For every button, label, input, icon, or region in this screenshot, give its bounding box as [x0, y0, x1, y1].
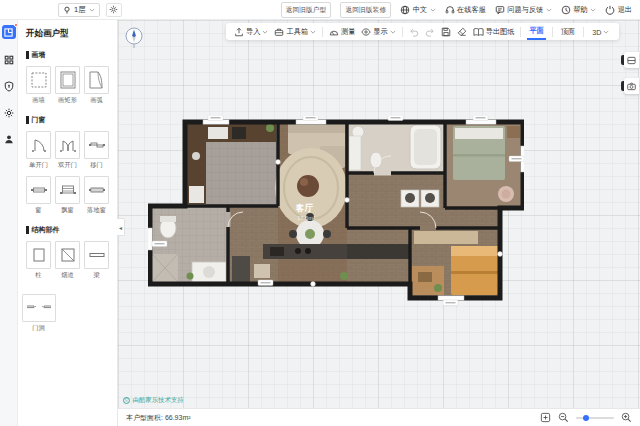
- import-menu[interactable]: 导入: [234, 27, 268, 37]
- canvas[interactable]: 导入 工具箱 测量 显示: [118, 20, 640, 408]
- export-drawing-button[interactable]: 导出图纸: [473, 27, 515, 37]
- gear-icon: [4, 108, 14, 118]
- section-structure: 结构部件: [26, 225, 109, 235]
- tool-draw-arc[interactable]: 画弧: [84, 66, 109, 105]
- apps-grid-icon: [4, 55, 14, 65]
- online-service-button[interactable]: 在线客服: [445, 5, 486, 15]
- chevron-down-icon: [430, 8, 436, 12]
- tool-single-door[interactable]: 单开门: [26, 131, 51, 170]
- left-icon-rail: [0, 20, 18, 426]
- tool-beam[interactable]: 梁: [84, 241, 109, 280]
- floor-selector-value: 1层: [74, 5, 86, 15]
- tool-double-door[interactable]: 双开门: [55, 131, 80, 170]
- undo-button[interactable]: [409, 27, 419, 37]
- tool-window[interactable]: 窗: [26, 176, 51, 215]
- house-area-text: 本户型面积: 66.93m²: [126, 413, 191, 423]
- zoom-out-icon[interactable]: [558, 412, 569, 423]
- beam-icon: [88, 245, 106, 265]
- flue-icon: [59, 245, 77, 265]
- eraser-button[interactable]: [457, 27, 467, 37]
- chevron-down-icon: [310, 30, 316, 34]
- room-label-living[interactable]: 客厅: [295, 203, 314, 213]
- export-drawing-icon: [473, 27, 484, 37]
- help-menu[interactable]: 帮助: [561, 5, 596, 15]
- compass-icon[interactable]: [124, 26, 144, 50]
- zoom-in-icon[interactable]: [621, 412, 632, 423]
- shield-icon: [4, 81, 14, 92]
- notification-dot: [14, 23, 18, 27]
- eraser-icon: [457, 27, 467, 37]
- tool-label: 单开门: [29, 161, 48, 170]
- door-opening-icon: [26, 298, 52, 318]
- headset-icon: [445, 5, 455, 15]
- toolbox-icon: [274, 27, 284, 37]
- floor-selector[interactable]: 1层: [58, 3, 100, 17]
- redo-button[interactable]: [425, 27, 435, 37]
- draw-rect-icon: [59, 70, 77, 90]
- export-drawing-label: 导出图纸: [486, 27, 515, 37]
- help-label: 帮助: [573, 5, 587, 15]
- window-icon: [30, 180, 48, 200]
- feedback-menu[interactable]: 问题与反馈: [495, 5, 552, 15]
- section-title: 结构部件: [32, 225, 60, 235]
- tab-plan-view[interactable]: 平面: [527, 23, 545, 40]
- back-old-floorplan-button[interactable]: 返回旧版户型: [281, 2, 332, 18]
- save-icon: [441, 27, 451, 37]
- panel-collapse-handle[interactable]: ◂: [117, 218, 125, 236]
- rail-item-security[interactable]: [4, 81, 14, 92]
- redo-icon: [425, 27, 435, 37]
- tool-label: 门洞: [32, 324, 45, 333]
- chevron-down-icon: [590, 8, 596, 12]
- tool-flue[interactable]: 烟道: [55, 241, 80, 280]
- measure-label: 测量: [341, 27, 355, 37]
- tool-label: 梁: [93, 271, 99, 280]
- tool-label: 柱: [35, 271, 41, 280]
- chevron-down-icon: [546, 8, 552, 12]
- zoom-slider[interactable]: [576, 417, 614, 419]
- rail-item-settings[interactable]: [4, 108, 14, 118]
- display-menu[interactable]: 显示: [361, 27, 395, 37]
- tool-column[interactable]: 柱: [26, 241, 51, 280]
- language-menu[interactable]: 中文: [400, 5, 435, 15]
- floor-plan[interactable]: 客厅 17.6m²: [148, 116, 524, 306]
- save-button[interactable]: [441, 27, 451, 37]
- logout-button[interactable]: 退出: [605, 5, 632, 15]
- tool-label: 飘窗: [61, 206, 74, 215]
- back-old-decoration-button[interactable]: 返回旧版装修: [340, 2, 391, 18]
- tool-sliding-door[interactable]: 移门: [84, 131, 109, 170]
- tool-bay-window[interactable]: 飘窗: [55, 176, 80, 215]
- rail-item-apps[interactable]: [4, 55, 14, 65]
- column-icon: [30, 245, 48, 265]
- section-draw-wall: 画墙: [26, 50, 109, 60]
- measure-button[interactable]: 测量: [329, 27, 355, 37]
- tool-label: 画墙: [32, 96, 45, 105]
- tab-ceiling-view[interactable]: 顶面: [559, 24, 577, 39]
- logout-icon: [605, 5, 615, 15]
- rail-item-account[interactable]: [4, 134, 14, 144]
- language-label: 中文: [413, 5, 427, 15]
- tool-draw-wall[interactable]: 画墙: [26, 66, 51, 105]
- floor-settings-button[interactable]: [106, 3, 122, 17]
- split-view-button[interactable]: [621, 52, 639, 68]
- kujiale-badge-icon: ©: [123, 397, 130, 404]
- import-label: 导入: [246, 27, 260, 37]
- zoom-slider-knob[interactable]: [583, 415, 589, 421]
- rail-item-floorplan[interactable]: [2, 25, 16, 39]
- tool-draw-rect[interactable]: 画矩形: [55, 66, 80, 105]
- user-icon: [4, 134, 14, 144]
- tab-3d-view[interactable]: 3D: [590, 25, 611, 39]
- section-title: 门窗: [32, 115, 46, 125]
- tool-label: 烟道: [61, 271, 74, 280]
- sliding-door-icon: [88, 135, 106, 155]
- double-door-icon: [59, 135, 77, 155]
- fit-screen-icon[interactable]: [540, 412, 551, 423]
- tool-panel: 开始画户型 画墙 画墙 画矩形 画弧 门窗 单开门 双开门: [18, 20, 118, 426]
- floorplan-icon: [4, 28, 13, 37]
- snapshot-button[interactable]: [621, 78, 639, 94]
- tool-floor-window[interactable]: 落地窗: [84, 176, 109, 215]
- tool-label: 画弧: [90, 96, 103, 105]
- panel-title: 开始画户型: [26, 28, 109, 40]
- toolbox-menu[interactable]: 工具箱: [274, 27, 316, 37]
- tool-door-opening[interactable]: 门洞: [26, 294, 51, 333]
- chevron-down-icon: [390, 30, 396, 34]
